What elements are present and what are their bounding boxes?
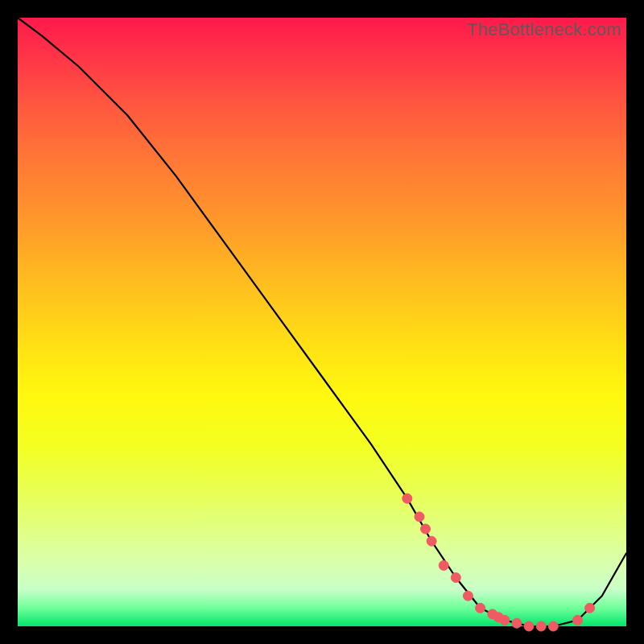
- marker-point: [463, 591, 473, 601]
- marker-point: [476, 603, 485, 613]
- marker-point: [512, 618, 522, 628]
- marker-point: [536, 621, 546, 631]
- chart-frame: TheBottleneck.com: [0, 0, 644, 644]
- bottleneck-curve: [18, 18, 626, 626]
- marker-point: [524, 621, 534, 631]
- marker-point: [402, 493, 412, 503]
- marker-point: [573, 615, 583, 625]
- marker-point: [421, 524, 431, 534]
- marker-point: [585, 603, 595, 613]
- highlight-markers: [402, 493, 595, 631]
- marker-point: [548, 621, 558, 631]
- marker-point: [415, 512, 424, 522]
- plot-area: TheBottleneck.com: [18, 18, 626, 626]
- marker-point: [427, 536, 436, 546]
- chart-svg: [18, 18, 626, 626]
- marker-point: [439, 560, 448, 570]
- marker-point: [500, 615, 510, 625]
- marker-point: [451, 573, 460, 583]
